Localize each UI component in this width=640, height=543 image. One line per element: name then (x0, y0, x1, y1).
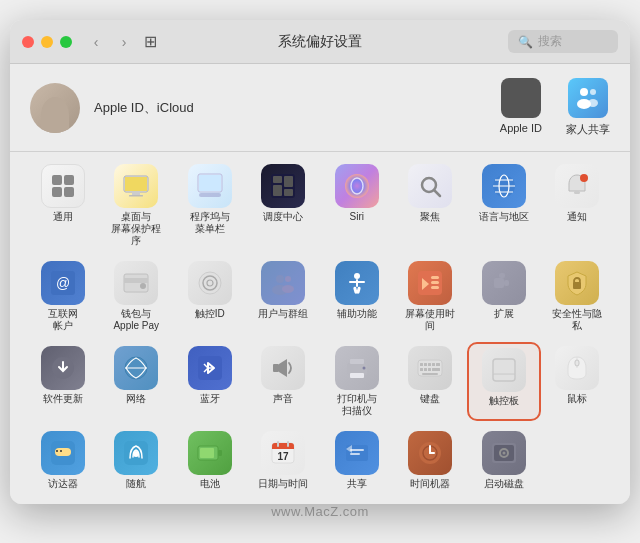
svg-rect-19 (273, 185, 282, 196)
family-icon-container (568, 78, 608, 118)
family-icon (568, 78, 608, 118)
icon-box-security (555, 261, 599, 305)
icon-item-accessibility[interactable]: 辅助功能 (320, 257, 394, 336)
icon-item-bluetooth[interactable]: 蓝牙 (173, 342, 247, 421)
icon-label-trackpad: 触控板 (489, 395, 519, 407)
search-box[interactable]: 🔍 搜索 (508, 30, 618, 53)
icon-item-dock[interactable]: 程序坞与 菜单栏 (173, 160, 247, 251)
icon-label-mouse: 鼠标 (567, 393, 587, 405)
icon-item-timemachine[interactable]: 时间机器 (394, 427, 468, 494)
icon-item-airdrop[interactable]: 随航 (100, 427, 174, 494)
svg-rect-74 (436, 363, 440, 366)
icon-box-startup (482, 431, 526, 475)
icon-label-spotlight: 聚焦 (420, 211, 440, 223)
icon-item-sharing[interactable]: 共享 (320, 427, 394, 494)
forward-button[interactable]: › (112, 30, 136, 54)
svg-rect-53 (431, 281, 439, 284)
icon-box-wallet (114, 261, 158, 305)
icon-item-keyboard[interactable]: 键盘 (394, 342, 468, 421)
search-icon: 🔍 (518, 35, 533, 49)
icon-item-softwareupdate[interactable]: 软件更新 (26, 342, 100, 421)
svg-text:17: 17 (278, 451, 290, 462)
icon-item-finder[interactable]: 访达器 (26, 427, 100, 494)
icon-box-sharing (335, 431, 379, 475)
nav-buttons: ‹ › (84, 30, 136, 54)
icon-label-mission: 调度中心 (263, 211, 303, 223)
svg-point-1 (590, 89, 596, 95)
icon-label-sound: 声音 (273, 393, 293, 405)
search-placeholder: 搜索 (538, 33, 562, 50)
icon-item-language[interactable]: 语言与地区 (467, 160, 541, 251)
icon-item-screentime[interactable]: 屏幕使用时间 (394, 257, 468, 336)
icon-item-touch[interactable]: 触控ID (173, 257, 247, 336)
svg-point-31 (580, 174, 588, 182)
svg-point-111 (502, 452, 505, 455)
minimize-button[interactable] (41, 36, 53, 48)
icon-item-mouse[interactable]: 鼠标 (541, 342, 615, 421)
icon-box-notifications (555, 164, 599, 208)
apple-id-label: Apple ID (500, 122, 542, 134)
icon-item-extensions[interactable]: 扩展 (467, 257, 541, 336)
icon-label-finder: 访达器 (48, 478, 78, 490)
svg-rect-10 (125, 177, 147, 191)
icon-box-battery (188, 431, 232, 475)
close-button[interactable] (22, 36, 34, 48)
icon-item-security[interactable]: 安全性与隐私 (541, 257, 615, 336)
svg-point-36 (140, 283, 146, 289)
icon-item-battery[interactable]: 电池 (173, 427, 247, 494)
icon-row-1: @互联网 帐户钱包与 Apple Pay触控ID用户与群组辅助功能屏幕使用时间扩… (26, 257, 614, 336)
icon-item-sound[interactable]: 声音 (247, 342, 321, 421)
back-button[interactable]: ‹ (84, 30, 108, 54)
svg-point-3 (588, 99, 598, 107)
svg-rect-12 (129, 195, 143, 197)
icon-box-screentime (408, 261, 452, 305)
svg-rect-6 (52, 187, 62, 197)
icon-item-mission[interactable]: 调度中心 (247, 160, 321, 251)
icon-box-dock (188, 164, 232, 208)
svg-rect-77 (428, 368, 431, 371)
svg-rect-79 (422, 373, 438, 375)
avatar[interactable] (30, 83, 80, 133)
window-title: 系统偏好设置 (278, 33, 362, 51)
icon-item-trackpad[interactable]: 触控板 (467, 342, 541, 421)
icon-label-security: 安全性与隐私 (548, 308, 606, 332)
icon-label-screentime: 屏幕使用时间 (401, 308, 459, 332)
family-action[interactable]: 家人共享 (566, 78, 610, 137)
svg-point-0 (580, 88, 588, 96)
svg-rect-87 (59, 448, 67, 456)
icon-item-internet[interactable]: @互联网 帐户 (26, 257, 100, 336)
icon-box-accessibility (335, 261, 379, 305)
svg-rect-72 (428, 363, 431, 366)
icon-label-desktop: 桌面与 屏幕保护程序 (107, 211, 165, 247)
svg-rect-20 (284, 189, 293, 196)
maximize-button[interactable] (60, 36, 72, 48)
icon-row-2: 软件更新网络蓝牙声音打印机与 扫描仪键盘触控板鼠标 (26, 342, 614, 421)
icon-item-users[interactable]: 用户与群组 (247, 257, 321, 336)
icon-item-startup[interactable]: 启动磁盘 (467, 427, 541, 494)
avatar-figure (41, 97, 69, 133)
icon-item-general[interactable]: 通用 (26, 160, 100, 251)
icon-item-notifications[interactable]: 通知 (541, 160, 615, 251)
icon-label-airdrop: 随航 (126, 478, 146, 490)
icon-item-siri[interactable]: Siri (320, 160, 394, 251)
svg-rect-64 (273, 364, 279, 372)
apple-id-action[interactable]: Apple ID (500, 78, 542, 137)
icon-box-finder (41, 431, 85, 475)
grid-icon[interactable]: ⊞ (144, 32, 157, 51)
svg-rect-11 (132, 192, 140, 195)
icon-item-wallet[interactable]: 钱包与 Apple Pay (100, 257, 174, 336)
icon-item-network[interactable]: 网络 (100, 342, 174, 421)
svg-rect-102 (350, 449, 364, 451)
svg-text:@: @ (56, 275, 70, 291)
icon-box-network (114, 346, 158, 390)
icon-item-spotlight[interactable]: 聚焦 (394, 160, 468, 251)
watermark: www.MacZ.com (0, 504, 640, 519)
profile-section: Apple ID、iCloud Apple ID (10, 64, 630, 152)
icon-box-extensions (482, 261, 526, 305)
svg-point-40 (276, 275, 284, 283)
icon-item-printers[interactable]: 打印机与 扫描仪 (320, 342, 394, 421)
svg-rect-94 (200, 448, 214, 458)
icon-item-desktop[interactable]: 桌面与 屏幕保护程序 (100, 160, 174, 251)
icon-item-datetime[interactable]: 17日期与时间 (247, 427, 321, 494)
icon-label-startup: 启动磁盘 (484, 478, 524, 490)
